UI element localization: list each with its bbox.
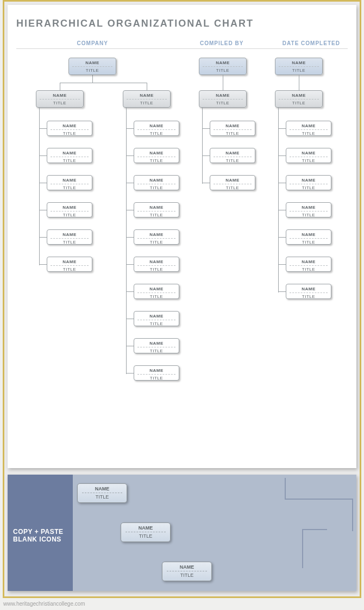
node-title: TITLE [210,130,255,138]
connector [278,264,286,265]
node-name: NAME [137,284,175,293]
node-name: NAME [214,148,252,157]
header-date-completed: DATE COMPLETED [275,40,348,46]
node-title: TITLE [210,184,255,192]
node-name: NAME [214,121,252,130]
copy-paste-label: COPY + PASTE BLANK ICONS [13,528,67,543]
org-node-leaf: NAMETITLE [134,284,179,299]
node-title: TITLE [134,320,179,328]
connector [126,108,127,374]
connector [126,291,134,292]
connector [39,183,47,183]
node-title: TITLE [199,99,246,108]
node-title: TITLE [134,157,179,165]
node-name: NAME [290,230,328,239]
node-title: TITLE [47,130,92,138]
org-node-leaf: NAMETITLE [134,175,179,190]
node-name: NAME [137,121,175,130]
node-title: TITLE [275,67,322,75]
org-node-leaf: NAMETITLE [47,229,92,245]
sample-node: NAME TITLE [162,562,212,581]
node-title: TITLE [47,184,92,192]
node-name: NAME [279,91,319,99]
header-row: COMPANY COMPILED BY DATE COMPLETED [16,40,348,49]
node-title: TITLE [47,157,92,165]
node-title: TITLE [286,130,331,138]
page-title: HIERARCHICAL ORGANIZATIONAL CHART [16,18,348,29]
org-node-leaf: NAMETITLE [286,148,331,163]
org-node-leaf: NAMETITLE [134,311,179,326]
connector [126,264,134,265]
connector [202,108,203,184]
node-name: NAME [203,58,243,67]
org-node-leaf: NAMETITLE [286,229,331,245]
org-node-leaf: NAMETITLE [47,202,92,217]
template-container: HIERARCHICAL ORGANIZATIONAL CHART COMPAN… [3,0,361,598]
org-chart-canvas: NAME TITLE NAME TITLE NAME TITLE NAME TI… [16,49,348,440]
connector [126,237,134,238]
node-title: TITLE [286,239,331,247]
org-node-leaf: NAMETITLE [210,148,255,163]
org-node-sub: NAME TITLE [275,90,323,108]
org-node-leaf: NAMETITLE [286,202,331,217]
node-name: NAME [51,176,89,184]
blank-icons-panel: COPY + PASTE BLANK ICONS NAME TITLE NAME… [8,475,356,591]
node-title: TITLE [286,293,331,301]
node-name: NAME [137,312,175,320]
connector [126,128,134,129]
node-name: NAME [214,176,252,184]
node-name: NAME [137,176,175,184]
node-name: NAME [125,523,166,532]
node-name: NAME [40,91,80,99]
connector [126,210,134,210]
node-name: NAME [137,148,175,157]
connector [202,183,210,183]
connector [278,128,286,129]
connector [39,264,47,265]
node-title: TITLE [47,211,92,220]
org-chart-sheet: HIERARCHICAL ORGANIZATIONAL CHART COMPAN… [8,5,356,468]
node-title: TITLE [69,67,116,75]
org-node-leaf: NAMETITLE [286,284,331,299]
node-title: TITLE [134,347,179,356]
connector [60,83,147,83]
node-title: TITLE [162,571,211,578]
connector [202,155,210,156]
node-name: NAME [51,121,89,130]
org-node-sub: NAME TITLE [36,90,84,108]
connector [126,346,134,346]
org-node-leaf: NAMETITLE [47,175,92,190]
org-node-sub: NAME TITLE [199,90,247,108]
node-title: TITLE [134,239,179,247]
connector [39,237,47,238]
org-node-leaf: NAMETITLE [134,202,179,217]
connector [60,83,60,90]
connector [147,83,147,90]
connector [223,75,223,90]
node-title: TITLE [286,157,331,165]
header-compiled-by: COMPILED BY [169,40,275,46]
org-node-leaf: NAMETITLE [210,175,255,190]
node-name: NAME [167,562,207,571]
connector [278,183,286,183]
connector [299,75,299,90]
header-company: COMPANY [16,40,169,46]
org-node-top: NAME TITLE [275,58,323,75]
node-title: TITLE [123,99,170,108]
org-node-leaf: NAMETITLE [47,148,92,163]
node-name: NAME [72,58,112,67]
node-name: NAME [137,257,175,266]
node-name: NAME [137,230,175,239]
org-node-leaf: NAMETITLE [134,257,179,272]
node-title: TITLE [47,239,92,247]
org-node-leaf: NAMETITLE [286,257,331,272]
sample-node: NAME TITLE [121,522,171,542]
org-node-leaf: NAMETITLE [210,121,255,136]
node-title: TITLE [134,266,179,274]
node-name: NAME [290,284,328,293]
node-title: TITLE [134,375,179,383]
connector [39,108,40,265]
connector [92,75,93,83]
node-name: NAME [290,176,328,184]
decorative-frame [285,478,335,500]
